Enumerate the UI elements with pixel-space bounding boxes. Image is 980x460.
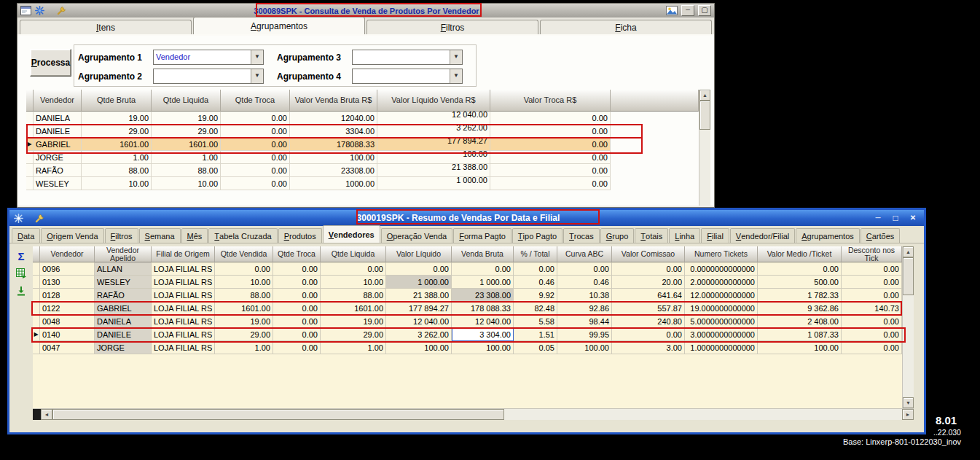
cell-qtde-liquida[interactable]: 88.00 xyxy=(152,164,221,177)
cell-qtde-bruta[interactable]: 1.00 xyxy=(82,151,152,164)
cell-numero-tickets[interactable]: 19.000000000000 xyxy=(685,302,758,315)
cell-valor-venda-bruta-r[interactable]: 3304.00 xyxy=(290,125,377,138)
cell-qtde-troca[interactable]: 0.00 xyxy=(273,276,321,289)
cell-filial-de-origem[interactable]: LOJA FILIAL RS xyxy=(152,276,215,289)
row-0047-jorge[interactable]: 0047JORGELOJA FILIAL RS1.000.001.00100.0… xyxy=(33,341,902,354)
cell-qtde-liquida[interactable]: 1601.00 xyxy=(321,302,386,315)
cell-numero-tickets[interactable]: 2.0000000000000 xyxy=(685,276,758,289)
scroll-thumb[interactable] xyxy=(903,257,914,295)
col-qtde-liquida[interactable]: Qtde Liquida xyxy=(152,90,221,112)
cell-total[interactable]: 9.92 xyxy=(514,289,557,302)
cell-valor-comissao[interactable]: 0.00 xyxy=(612,328,685,341)
cell-valor-venda-bruta-r[interactable]: 1000.00 xyxy=(290,177,377,190)
row-0130-wesley[interactable]: 0130WESLEYLOJA FILIAL RS10.000.0010.001 … xyxy=(33,276,902,289)
processa-button[interactable]: Processa xyxy=(30,49,71,77)
cell-valor-comissao[interactable]: 3.00 xyxy=(612,341,685,354)
cell-vendedor-apelido[interactable]: DANIELA xyxy=(95,315,152,328)
cell-qtde-troca[interactable]: 0.00 xyxy=(273,341,321,354)
cell-qtde-troca[interactable]: 0.00 xyxy=(273,315,321,328)
tab-grupo[interactable]: Grupo xyxy=(600,228,635,243)
row-0096-allan[interactable]: 0096ALLANLOJA FILIAL RS0.000.000.000.000… xyxy=(33,262,902,276)
cell-qtde-bruta[interactable]: 19.00 xyxy=(82,112,152,125)
row-wesley[interactable]: WESLEY10.0010.000.001000.001 000.000.00 xyxy=(26,177,699,190)
row-daniele[interactable]: DANIELE29.0029.000.003304.003 262.000.00 xyxy=(26,125,699,138)
col-vendedor[interactable]: Vendedor xyxy=(34,90,82,112)
cell-desconto-nos-tick[interactable]: 0.00 xyxy=(842,328,902,341)
cell-qtde-vendida[interactable]: 10.00 xyxy=(215,276,273,289)
win2-titlebar[interactable]: 300019SPK - Resumo de Vendas Por Data e … xyxy=(9,210,924,226)
cell-valor-l-quido[interactable]: 177 894.27 xyxy=(386,302,452,315)
cell-valor-l-quido[interactable]: 100.00 xyxy=(386,341,452,354)
tab-trocas[interactable]: Trocas xyxy=(563,228,600,243)
tab-filial[interactable]: Filial xyxy=(701,228,729,243)
cell-qtde-liquida[interactable]: 1.00 xyxy=(321,341,386,354)
col-qtde-troca[interactable]: Qtde Troca xyxy=(221,90,290,112)
cell-vendedor[interactable]: WESLEY xyxy=(34,177,82,190)
col-vendedor-apelido[interactable]: Vendedor Apelido xyxy=(95,246,152,262)
col-qtde-vendida[interactable]: Qtde Vendida xyxy=(215,246,273,262)
cell-valor-medio-ticket[interactable]: 0.00 xyxy=(758,262,842,276)
cell-filial-de-origem[interactable]: LOJA FILIAL RS xyxy=(152,315,215,328)
cell-vendedor[interactable]: 0128 xyxy=(40,289,95,302)
cell-venda-bruta[interactable]: 0.00 xyxy=(452,262,514,276)
cell-desconto-nos-tick[interactable]: 0.00 xyxy=(842,262,902,276)
selected-cell[interactable]: 3 304.00 xyxy=(452,328,514,341)
cell-vendedor[interactable]: 0130 xyxy=(40,276,95,289)
cell-qtde-troca[interactable]: 0.00 xyxy=(221,151,290,164)
cell-valor-comissao[interactable]: 240.80 xyxy=(612,315,685,328)
cell-qtde-bruta[interactable]: 29.00 xyxy=(82,125,152,138)
cell-valor-medio-ticket[interactable]: 1 087.33 xyxy=(758,328,842,341)
cell-valor-comissao[interactable]: 20.00 xyxy=(612,276,685,289)
col-qtde-bruta[interactable]: Qtde Bruta xyxy=(82,90,152,112)
cell-qtde-troca[interactable]: 0.00 xyxy=(221,177,290,190)
row-0048-daniela[interactable]: 0048DANIELALOJA FILIAL RS19.000.0019.001… xyxy=(33,315,902,328)
tab-itens[interactable]: Itens xyxy=(20,20,192,34)
cell-curva-abc[interactable]: 0.46 xyxy=(557,276,612,289)
tab-vendedores[interactable]: Vendedores xyxy=(323,225,380,243)
col-total[interactable]: % / Total xyxy=(514,246,557,262)
agrupamento4-combo[interactable] xyxy=(352,69,463,84)
tab-semana[interactable]: Semana xyxy=(139,228,181,243)
cell-valor-l-quido[interactable]: 12 040.00 xyxy=(386,315,452,328)
col-vendedor[interactable]: Vendedor xyxy=(40,246,95,262)
cell-qtde-vendida[interactable]: 1.00 xyxy=(215,341,273,354)
agrupamento1-combo[interactable]: Vendedor xyxy=(153,50,264,65)
cell-vendedor-apelido[interactable]: RAFÃO xyxy=(95,289,152,302)
cell-valor-medio-ticket[interactable]: 2 408.00 xyxy=(758,315,842,328)
tab-cart-es[interactable]: Cartões xyxy=(861,228,901,243)
col-curva-abc[interactable]: Curva ABC xyxy=(557,246,612,262)
row-0122-gabriel[interactable]: 0122GABRIELLOJA FILIAL RS1601.000.001601… xyxy=(33,302,902,315)
cell-qtde-vendida[interactable]: 88.00 xyxy=(215,289,273,302)
cell-qtde-vendida[interactable]: 1601.00 xyxy=(215,302,273,315)
picture-icon[interactable] xyxy=(666,6,678,15)
cell-vendedor[interactable]: 0122 xyxy=(40,302,95,315)
scroll-track[interactable] xyxy=(903,295,914,397)
scroll-thumb[interactable] xyxy=(699,101,710,130)
row-0128-raf-o[interactable]: 0128RAFÃOLOJA FILIAL RS88.000.0088.0021 … xyxy=(33,289,902,302)
cell-valor-venda-bruta-r[interactable]: 23308.00 xyxy=(290,164,377,177)
cell-curva-abc[interactable]: 98.44 xyxy=(557,315,612,328)
cell-qtde-troca[interactable]: 0.00 xyxy=(273,289,321,302)
cell-qtde-troca[interactable]: 0.00 xyxy=(273,262,321,276)
cell-venda-bruta[interactable]: 23 308.00 xyxy=(452,289,514,302)
cell-desconto-nos-tick[interactable]: 0.00 xyxy=(842,289,902,302)
cell-venda-bruta[interactable]: 178 088.33 xyxy=(452,302,514,315)
tab-produtos[interactable]: Produtos xyxy=(278,228,322,243)
cell-valor-medio-ticket[interactable]: 100.00 xyxy=(758,341,842,354)
cell-qtde-vendida[interactable]: 0.00 xyxy=(215,262,273,276)
cell-valor-l-quido[interactable]: 1 000.00 xyxy=(386,276,452,289)
col-valor-comissao[interactable]: Valor Comissao xyxy=(612,246,685,262)
win1-titlebar[interactable]: 300089SPK - Consulta de Venda de Produto… xyxy=(17,4,714,17)
agrupamento3-combo[interactable] xyxy=(352,50,463,65)
cell-venda-bruta[interactable]: 12 040.00 xyxy=(452,315,514,328)
chevron-down-icon[interactable] xyxy=(251,69,263,83)
chevron-down-icon[interactable] xyxy=(251,50,263,64)
col-valor-troca-r[interactable]: Valor Troca R$ xyxy=(490,90,611,112)
win2-horizontal-scrollbar[interactable] xyxy=(33,408,914,420)
tab-filtros[interactable]: Filtros xyxy=(105,228,138,243)
cell-total[interactable]: 1.51 xyxy=(514,328,557,341)
cell-qtde-liquida[interactable]: 1601.00 xyxy=(152,138,221,151)
cell-qtde-liquida[interactable]: 29.00 xyxy=(152,125,221,138)
cell-vendedor[interactable]: DANIELE xyxy=(34,125,82,138)
chevron-down-icon[interactable] xyxy=(450,69,462,83)
